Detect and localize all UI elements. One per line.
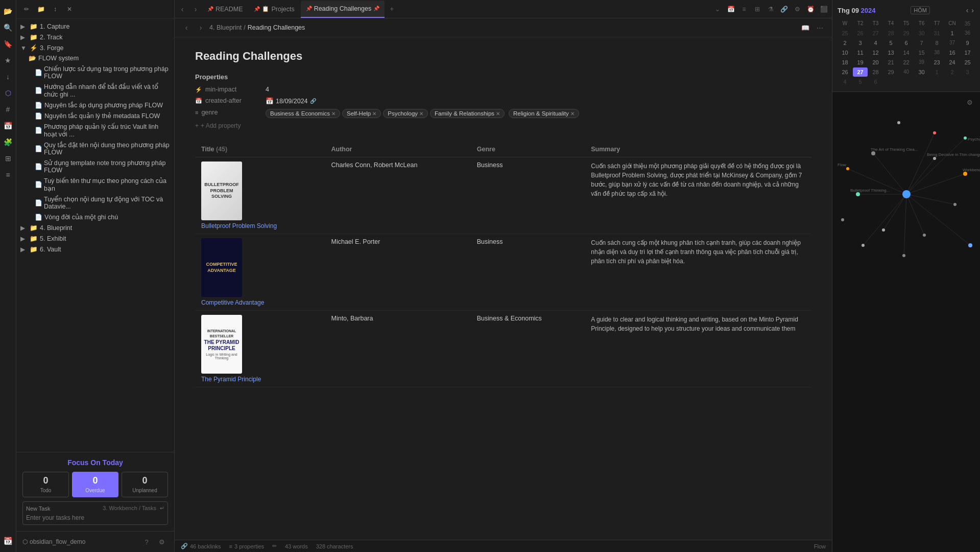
reader-view-icon[interactable]: 📖 [799, 21, 811, 34]
graph-node[interactable] [846, 167, 849, 170]
close-sidebar-btn[interactable]: ✕ [63, 3, 76, 15]
star-sidebar-icon[interactable]: ★ [1, 53, 15, 67]
graph-sidebar-icon[interactable]: ⬡ [1, 86, 15, 100]
cal-day[interactable]: 2 [945, 67, 960, 77]
status-flow[interactable]: Flow [814, 543, 826, 549]
file-tuyen-chon[interactable]: 📄 Tuyển chọn nội dung tự động với TOC và… [16, 194, 174, 212]
cal-day[interactable]: 2 [838, 38, 852, 48]
grid-icon[interactable]: ⊞ [1, 151, 15, 166]
add-property-btn[interactable]: + + Add property [195, 122, 811, 129]
status-properties[interactable]: ≡ 3 properties [229, 543, 265, 549]
file-vong-doi[interactable]: 📄 Vòng đời của một ghi chú [16, 212, 174, 222]
remove-tag-icon[interactable]: ✕ [419, 111, 423, 117]
cal-day[interactable]: 29 [899, 29, 914, 38]
cal-day[interactable]: 3 [853, 38, 868, 48]
file-chien-luoc[interactable]: 📄 Chiến lược sử dụng tag trong phương ph… [16, 63, 174, 81]
file-phuong-phap[interactable]: 📄 Phương pháp quản lý cấu trúc Vault lin… [16, 121, 174, 140]
folder-vault[interactable]: ▶ 📁 6. Vault [16, 244, 174, 255]
cal-day[interactable]: 11 [853, 48, 868, 57]
graph-node[interactable] [933, 157, 936, 160]
file-su-dung-template[interactable]: 📄 Sử dụng template note trong phương phá… [16, 157, 174, 175]
file-nguyen-tac-ap-dung[interactable]: 📄 Nguyên tắc áp dụng phương pháp FLOW [16, 100, 174, 110]
more-btn[interactable]: ⬛ [818, 3, 830, 15]
file-tuy-bien[interactable]: 📄 Tuỳ biến tên thư mục theo phong cách c… [16, 175, 174, 194]
cal-day[interactable]: 26 [853, 29, 868, 38]
cal-day[interactable]: 4 [838, 77, 852, 86]
files-icon[interactable]: 📂 [1, 4, 15, 18]
week-38[interactable]: 38 [929, 48, 944, 57]
graph-node[interactable] [862, 244, 865, 247]
graph-node[interactable] [856, 192, 860, 196]
cal-day[interactable]: 29 [883, 67, 898, 77]
cal-day[interactable]: 8 [929, 38, 944, 48]
folder-capture[interactable]: ▶ 📁 1. Capture [16, 21, 174, 32]
back-btn[interactable]: ‹ [177, 4, 188, 15]
list-sidebar-icon[interactable]: ≡ [1, 168, 15, 182]
graph-node[interactable] [963, 172, 967, 176]
filter-btn[interactable]: ⚗ [764, 3, 777, 15]
tag-psychology[interactable]: Psychology ✕ [383, 109, 428, 118]
graph-node[interactable] [902, 254, 905, 257]
status-words[interactable]: 43 words [285, 543, 308, 549]
cal-day[interactable]: 9 [960, 38, 975, 48]
folder-track[interactable]: ▶ 📁 2. Track [16, 32, 174, 42]
cal-day[interactable]: 21 [883, 58, 898, 67]
calendar-icon[interactable]: 📆 [1, 534, 15, 548]
cal-day[interactable]: 14 [899, 48, 914, 57]
graph-node[interactable] [968, 243, 972, 247]
stat-todo[interactable]: 0 Todo [22, 472, 69, 497]
cal-day[interactable]: 10 [838, 48, 852, 57]
cal-day[interactable]: 5 [883, 38, 898, 48]
status-characters[interactable]: 328 characters [316, 543, 353, 549]
cal-day[interactable]: 28 [883, 29, 898, 38]
cal-day[interactable]: 20 [868, 58, 883, 67]
cal-day[interactable]: 7 [914, 38, 929, 48]
clock-ctrl-btn[interactable]: ⏰ [804, 3, 817, 15]
graph-node[interactable] [871, 151, 875, 155]
cal-day[interactable]: 27 [868, 29, 883, 38]
file-nguyen-tac-quan-ly[interactable]: 📄 Nguyên tắc quản lý thẻ metadata FLOW [16, 110, 174, 121]
more-options-icon[interactable]: ⋯ [814, 21, 826, 34]
file-quy-tac[interactable]: 📄 Quy tắc đặt tên nội dung theo phương p… [16, 140, 174, 157]
prop-val-created-after[interactable]: 📅 18/09/2024 🔗 [266, 97, 316, 105]
cal-day[interactable]: 5 [853, 77, 868, 86]
graph-center-node[interactable] [902, 190, 911, 198]
graph-node[interactable] [882, 228, 885, 232]
help-icon[interactable]: ? [140, 536, 153, 548]
cal-day[interactable]: 4 [868, 38, 883, 48]
cal-next-btn[interactable]: › [970, 5, 975, 15]
tag-family[interactable]: Family & Relationships ✕ [430, 109, 505, 118]
file-huong-dan[interactable]: 📄 Hướng dẫn nhanh để bắt đầu viết và tổ … [16, 81, 174, 100]
cal-day[interactable]: 25 [838, 29, 852, 38]
cal-day[interactable]: 30 [914, 29, 929, 38]
new-folder-btn[interactable]: 📁 [35, 3, 47, 15]
forward-btn[interactable]: › [190, 4, 201, 15]
cal-day[interactable]: 15 [914, 48, 929, 57]
tab-projects[interactable]: 📌 📋 Projects [249, 1, 299, 18]
graph-node[interactable] [964, 136, 967, 140]
cal-day[interactable]: 31 [929, 29, 944, 38]
cal-day[interactable]: 30 [914, 67, 929, 77]
cal-prev-btn[interactable]: ‹ [965, 5, 970, 15]
graph-node[interactable] [933, 131, 936, 134]
week-35[interactable]: 35 [960, 19, 975, 28]
graph-node[interactable] [841, 218, 844, 221]
cal-day[interactable]: 22 [899, 58, 914, 67]
cal-day[interactable]: 23 [929, 58, 944, 67]
remove-tag-icon[interactable]: ✕ [331, 111, 336, 117]
cal-day-1[interactable]: 1 [945, 29, 960, 38]
book-link-bulletproof[interactable]: Bulletproof Problem Solving [201, 222, 319, 229]
graph-node[interactable] [897, 121, 900, 124]
back-btn2[interactable]: ‹ [181, 22, 192, 33]
folder-blueprint[interactable]: ▶ 📁 4. Blueprint [16, 222, 174, 233]
dropdown-tabs-btn[interactable]: ⌄ [711, 3, 724, 15]
cal-day[interactable]: 3 [960, 67, 975, 77]
tab-readme[interactable]: 📌 README [202, 1, 248, 18]
status-edit[interactable]: ✏ [272, 543, 277, 549]
tag-sidebar-icon[interactable]: # [1, 102, 15, 117]
cal-day[interactable]: 6 [868, 77, 883, 86]
remove-tag-icon[interactable]: ✕ [570, 111, 575, 117]
cal-day[interactable]: 17 [960, 48, 975, 57]
home-btn[interactable]: HÔM [911, 6, 930, 14]
book-link-pyramid[interactable]: The Pyramid Principle [201, 376, 319, 383]
